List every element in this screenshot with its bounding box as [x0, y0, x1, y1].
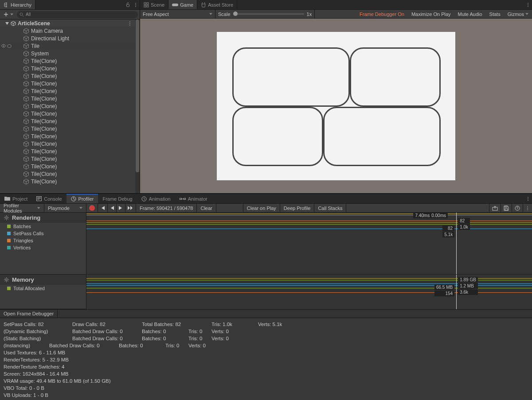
toolbar-menu[interactable]	[523, 204, 532, 212]
hierarchy-item[interactable]: Tile(Clone)	[0, 80, 135, 87]
aspect-label: Free Aspect	[143, 12, 169, 17]
hierarchy-item[interactable]: Tile(Clone)	[0, 132, 135, 140]
load-icon	[492, 206, 498, 211]
stats-button[interactable]: Stats	[486, 10, 504, 18]
stat: Batched Draw Calls: 0	[49, 342, 119, 349]
hierarchy-item[interactable]: Tile	[0, 42, 135, 50]
save-button[interactable]	[501, 204, 512, 212]
hierarchy-item[interactable]: Tile(Clone)	[0, 170, 135, 178]
scale-slider[interactable]	[233, 13, 304, 15]
hierarchy-item[interactable]: Tile(Clone)	[0, 102, 135, 110]
memory-graph[interactable]: 1.89 GB 1.2 MB 3.6k 66.5 MB 154	[86, 275, 532, 309]
stat: Batched Draw Calls: 0	[72, 328, 142, 335]
marker: 1.2 MB	[460, 283, 474, 288]
tab-console[interactable]: Console	[32, 194, 66, 203]
prev-frame-button[interactable]	[108, 204, 117, 212]
marker: 5.1k	[444, 232, 453, 237]
asset-store-icon	[201, 2, 206, 8]
hierarchy-item[interactable]: System	[0, 50, 135, 57]
scale-label: Scale	[218, 12, 231, 17]
bottom-dock: Project Console Profiler Frame Debug Ani…	[0, 194, 532, 400]
tab-profiler[interactable]: Profiler	[66, 194, 98, 203]
rendering-header: Rendering	[0, 213, 86, 223]
tab-scene[interactable]: Scene	[140, 0, 168, 9]
record-button[interactable]	[86, 204, 98, 212]
tab-animator[interactable]: Animator	[175, 194, 212, 203]
profiler-graphs[interactable]: 7.40ms0.00ms 82 1.0k 82 5.1k	[86, 213, 532, 309]
stat: Verts: 0	[188, 342, 206, 349]
panel-menu-icon[interactable]	[132, 1, 140, 9]
flow-icon	[180, 197, 186, 201]
hierarchy-item[interactable]: Tile(Clone)	[0, 95, 135, 102]
rendering-section[interactable]: Rendering BatchesSetPass CallsTrianglesV…	[0, 213, 86, 275]
stat: (Dynamic Batching)	[4, 328, 72, 335]
memory-title: Memory	[12, 276, 34, 283]
deep-profile-button[interactable]: Deep Profile	[280, 204, 315, 212]
first-frame-button[interactable]	[98, 204, 108, 212]
open-frame-debugger-button[interactable]: Open Frame Debugger	[0, 310, 58, 318]
hierarchy-item[interactable]: Tile(Clone)	[0, 148, 135, 155]
tab-asset-store[interactable]: Asset Store	[197, 0, 237, 9]
svg-rect-24	[184, 198, 185, 199]
hierarchy-item[interactable]: Tile(Clone)	[0, 57, 135, 65]
gear-icon	[4, 215, 9, 221]
last-frame-button[interactable]	[125, 204, 136, 212]
aspect-dropdown[interactable]: Free Aspect	[140, 10, 215, 18]
frame-debugger-indicator[interactable]: Frame Debugger On	[356, 10, 408, 18]
slider-thumb[interactable]	[233, 12, 238, 16]
gizmos-dropdown[interactable]: Gizmos	[504, 10, 532, 18]
graph-cursor[interactable]	[456, 213, 457, 274]
hierarchy-item[interactable]: Tile(Clone)	[0, 87, 135, 95]
game-view[interactable]	[140, 19, 532, 193]
profiler-stats: SetPass Calls: 82 Draw Calls: 82 Total B…	[0, 318, 532, 400]
maximize-on-play-button[interactable]: Maximize On Play	[408, 10, 454, 18]
svg-point-10	[129, 24, 130, 25]
tab-project[interactable]: Project	[0, 194, 32, 203]
clear-button[interactable]: Clear	[197, 204, 216, 212]
stat-vram: VRAM usage: 49.4 MB to 61.0 MB (of 1.50 …	[4, 377, 528, 384]
hierarchy-item[interactable]: Directional Light	[0, 35, 135, 42]
hierarchy-scrollbar[interactable]	[135, 19, 140, 193]
hierarchy-search[interactable]: All	[17, 11, 138, 18]
legend-item: Triangles	[0, 237, 86, 244]
stat: Tris: 0	[188, 328, 211, 335]
svg-point-0	[6, 3, 7, 4]
hierarchy-item[interactable]: Tile(Clone)	[0, 72, 135, 80]
hierarchy-item[interactable]: Tile(Clone)	[0, 65, 135, 72]
hierarchy-item[interactable]: Tile(Clone)	[0, 125, 135, 132]
hierarchy-item[interactable]: Tile(Clone)	[0, 117, 135, 125]
tab-frame-debug[interactable]: Frame Debug	[98, 194, 137, 203]
svg-point-32	[527, 206, 528, 207]
hierarchy-item[interactable]: Tile(Clone)	[0, 163, 135, 170]
graph-cursor[interactable]	[456, 275, 457, 309]
panel-lock-icon[interactable]	[124, 1, 132, 9]
hierarchy-item[interactable]: Tile(Clone)	[0, 155, 135, 163]
panel-menu-icon[interactable]	[524, 1, 532, 9]
tab-animation[interactable]: Animation	[137, 194, 175, 203]
stat-tris: Tris: 1.0k	[211, 321, 258, 328]
profiler-modules-dropdown[interactable]: Profiler Modules	[0, 204, 44, 212]
next-frame-button[interactable]	[117, 204, 125, 212]
stat: Tris: 0	[188, 335, 211, 342]
help-button[interactable]	[512, 204, 523, 212]
hierarchy-item[interactable]: Tile(Clone)	[0, 140, 135, 148]
load-button[interactable]	[489, 204, 501, 212]
unity-editor: Hierarchy All ArticleScene Main Came	[0, 0, 532, 400]
svg-point-33	[527, 208, 528, 209]
call-stacks-button[interactable]: Call Stacks	[314, 204, 346, 212]
playmode-dropdown[interactable]: Playmode	[44, 204, 86, 212]
memory-section[interactable]: Memory Total Allocated	[0, 275, 86, 309]
rendering-graph[interactable]: 7.40ms0.00ms 82 1.0k 82 5.1k	[86, 213, 532, 275]
hierarchy-item[interactable]: Tile(Clone)	[0, 110, 135, 117]
hierarchy-tab[interactable]: Hierarchy	[0, 0, 35, 9]
scene-row[interactable]: ArticleScene	[0, 19, 135, 27]
mute-audio-button[interactable]: Mute Audio	[454, 10, 486, 18]
create-dropdown[interactable]	[2, 12, 15, 17]
hierarchy-item[interactable]: Main Camera	[0, 27, 135, 35]
call-stacks-label: Call Stacks	[318, 206, 342, 211]
hierarchy-item[interactable]: Tile(Clone)	[0, 178, 135, 185]
clear-on-play-button[interactable]: Clear on Play	[243, 204, 280, 212]
scrollbar-thumb[interactable]	[136, 19, 139, 172]
tab-game[interactable]: Game	[168, 0, 197, 9]
panel-menu-icon[interactable]	[524, 195, 532, 203]
